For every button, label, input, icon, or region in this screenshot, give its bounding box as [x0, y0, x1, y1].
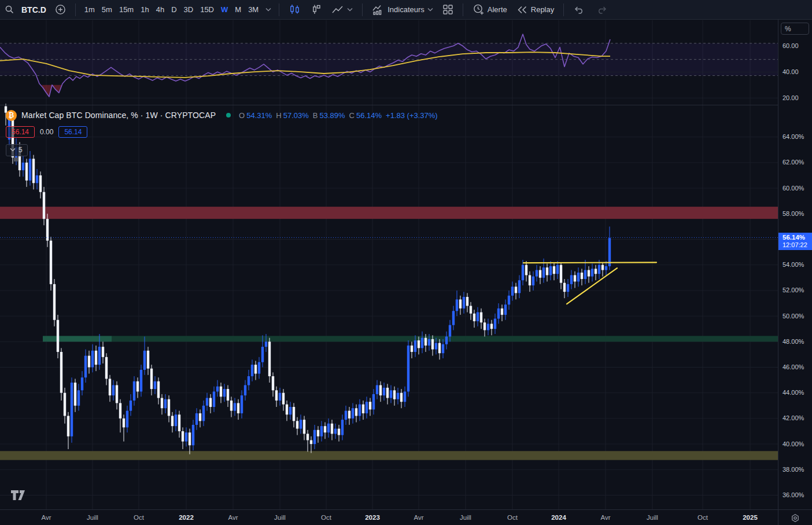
support-zone-bright [43, 336, 112, 342]
pane-separator[interactable] [0, 105, 812, 105]
line-tools-icon[interactable] [327, 3, 357, 17]
legend: ₿ Market Cap BTC Dominance, % · 1W · CRY… [6, 109, 438, 161]
time-axis[interactable]: AvrJuillOct2022AvrJuillOct2023AvrJuillOc… [0, 509, 812, 525]
compare-add-icon[interactable] [51, 2, 70, 17]
time-label-year: 2024 [551, 514, 566, 521]
time-label-month: Oct [697, 514, 708, 521]
chart-style-icon[interactable] [306, 2, 326, 17]
time-label-month: Avr [228, 514, 238, 521]
time-label-month: Avr [600, 514, 610, 521]
price-scale-label: 60.00% [783, 185, 804, 192]
spread-value: 0.00 [40, 128, 53, 136]
interval-1m[interactable]: 1m [81, 3, 98, 16]
gear-icon [791, 513, 800, 523]
symbol-title[interactable]: Market Cap BTC Dominance, % · 1W · CRYPT… [21, 111, 216, 120]
symbol-name[interactable]: BTC.D [18, 3, 50, 16]
replay-button[interactable]: Replay [512, 3, 558, 17]
interval-3M[interactable]: 3M [245, 3, 262, 16]
time-label-month: Juill [274, 514, 286, 521]
toolbar-separator [362, 3, 363, 16]
indicators-label: Indicateurs [387, 5, 425, 14]
time-label-year: 2023 [365, 514, 380, 521]
resistance-zone [0, 207, 778, 219]
last-price-label[interactable]: 56.14% 12:07:22 [778, 233, 812, 250]
rsi-scale-label: 60.00 [783, 42, 799, 49]
toolbar-separator [463, 3, 463, 16]
trading-chart-app: BTC.D 1m5m15m1h4hD3D15DWM3M [0, 0, 812, 525]
time-label-year: 2022 [179, 514, 194, 521]
tradingview-logo[interactable] [10, 489, 29, 504]
support-zone [112, 336, 778, 342]
interval-5m[interactable]: 5m [98, 3, 116, 16]
high-label: H [276, 111, 281, 120]
interval-chevron-down-icon[interactable] [263, 6, 274, 13]
time-label-month: Oct [134, 514, 144, 521]
top-toolbar: BTC.D 1m5m15m1h4hD3D15DWM3M [0, 0, 812, 20]
open-label: O [239, 111, 245, 120]
toolbar-separator [75, 3, 76, 16]
chart-type-candles-icon[interactable] [285, 2, 305, 17]
interval-D[interactable]: D [168, 3, 180, 16]
price-scale-label: 44.00% [783, 389, 804, 396]
low-label: B [313, 111, 318, 120]
price-scale-label: 58.00% [783, 210, 804, 217]
time-label-month: Oct [507, 514, 518, 521]
time-label-month: Avr [41, 514, 51, 521]
low-value: 53.89% [319, 111, 345, 120]
price-scale-label: 64.00% [783, 133, 804, 140]
alert-label: Alerte [488, 5, 507, 14]
price-scale-label: 46.00% [783, 364, 804, 370]
data-status-icon[interactable] [226, 113, 231, 118]
time-label-month: Juill [647, 514, 658, 521]
legend-title-row[interactable]: ₿ Market Cap BTC Dominance, % · 1W · CRY… [6, 109, 438, 122]
collapsed-indicators-row: 5 [6, 144, 438, 161]
lower-support-zone [0, 451, 778, 460]
redo-icon[interactable] [591, 3, 612, 17]
collapsed-count: 5 [19, 146, 23, 154]
price-scale-label: 40.00% [783, 440, 804, 447]
price-scale-label: 54.00% [783, 261, 804, 268]
price-scale-label: 36.00% [783, 491, 804, 498]
high-value: 57.03% [283, 111, 309, 120]
rsi-scale-label: 40.00 [783, 68, 799, 75]
close-label: C [349, 111, 355, 120]
open-value: 54.31% [246, 111, 272, 120]
bitcoin-icon: ₿ [6, 110, 17, 121]
triangle-top [523, 262, 656, 263]
interval-3D[interactable]: 3D [180, 3, 197, 16]
search-icon[interactable] [5, 5, 14, 14]
unit-label: % [785, 25, 791, 33]
interval-15D[interactable]: 15D [197, 3, 217, 16]
toolbar-separator [279, 3, 279, 16]
change-value: +1.83 (+3.37%) [386, 111, 438, 120]
interval-W[interactable]: W [217, 3, 231, 16]
chart-canvas[interactable] [0, 20, 778, 509]
indicators-button[interactable]: Indicateurs [368, 2, 437, 17]
price-scale[interactable]: % 60.0040.0020.0064.00%62.00%60.00%58.00… [778, 20, 812, 509]
rsi-scale-label: 20.00 [783, 94, 799, 101]
time-label-month: Juill [87, 514, 98, 521]
undo-icon[interactable] [569, 3, 590, 17]
toolbar-separator [563, 3, 564, 16]
time-label-month: Avr [414, 514, 423, 521]
collapsed-indicators-toggle[interactable]: 5 [6, 144, 28, 156]
alert-button[interactable]: Alerte [468, 2, 511, 17]
interval-M[interactable]: M [231, 3, 245, 16]
price-scale-label: 50.00% [783, 313, 804, 320]
buy-price-tag[interactable]: 56.14 [58, 126, 87, 138]
price-scale-label: 62.00% [783, 159, 804, 166]
layout-grid-icon[interactable] [438, 2, 457, 17]
replay-label: Replay [531, 5, 554, 14]
interval-1h[interactable]: 1h [137, 3, 152, 16]
time-label-month: Juill [460, 514, 471, 521]
price-scale-unit-button[interactable]: % [781, 23, 809, 35]
bar-countdown: 12:07:22 [783, 241, 812, 248]
close-value: 56.14% [356, 111, 382, 120]
price-scale-label: 52.00% [783, 287, 804, 293]
interval-4h[interactable]: 4h [153, 3, 168, 16]
sell-price-tag[interactable]: 56.14 [6, 126, 35, 138]
time-axis-settings-button[interactable] [778, 510, 812, 525]
ohlc-values: O 54.31% H 57.03% B 53.89% C 56.14% +1.8… [239, 111, 438, 120]
legend-drag-handle[interactable] [14, 157, 18, 161]
interval-15m[interactable]: 15m [116, 3, 137, 16]
